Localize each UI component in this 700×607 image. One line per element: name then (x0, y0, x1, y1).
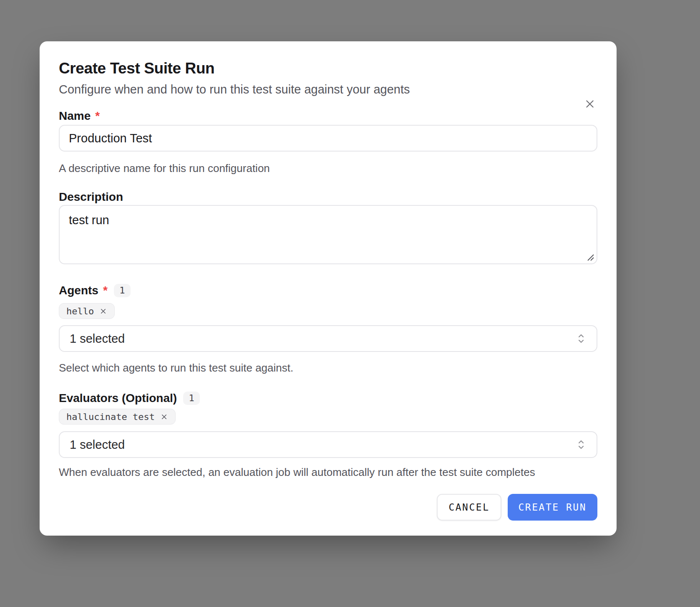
description-textarea-wrap: test run (59, 205, 597, 264)
agents-helper-text: Select which agents to run this test sui… (59, 361, 597, 374)
description-label: Description (59, 190, 123, 204)
evaluators-select-value: 1 selected (70, 438, 125, 452)
dialog-subtitle: Configure when and how to run this test … (59, 81, 597, 97)
evaluators-count-badge: 1 (183, 392, 200, 405)
chevron-up-down-icon (576, 332, 587, 345)
name-input[interactable] (59, 125, 597, 152)
dialog-footer: CANCEL CREATE RUN (59, 494, 597, 521)
name-label-row: Name * (59, 109, 597, 123)
description-label-row: Description (59, 190, 597, 204)
remove-evaluator-icon[interactable] (160, 413, 168, 421)
evaluator-chip-hallucinate-test: hallucinate test (59, 409, 176, 425)
name-label: Name (59, 109, 91, 123)
agents-required-asterisk: * (103, 283, 108, 298)
agent-chip-hello: hello (59, 303, 115, 319)
create-run-button[interactable]: CREATE RUN (508, 494, 597, 521)
evaluators-label: Evaluators (Optional) (59, 391, 177, 405)
agents-select[interactable]: 1 selected (59, 325, 597, 352)
agents-count-badge: 1 (114, 284, 131, 297)
evaluators-chip-row: hallucinate test (59, 409, 597, 425)
chevron-up-down-icon (576, 438, 587, 451)
agents-label: Agents (59, 283, 98, 298)
name-helper-text: A descriptive name for this run configur… (59, 162, 597, 175)
agents-select-value: 1 selected (70, 332, 125, 346)
agents-label-row: Agents * 1 (59, 283, 597, 298)
name-required-asterisk: * (95, 109, 100, 123)
create-test-suite-run-dialog: Create Test Suite Run Configure when and… (40, 41, 617, 536)
evaluators-label-row: Evaluators (Optional) 1 (59, 391, 597, 405)
cancel-button[interactable]: CANCEL (437, 494, 501, 521)
agents-chip-row: hello (59, 303, 597, 319)
description-textarea[interactable]: test run (59, 205, 597, 264)
remove-agent-icon[interactable] (99, 307, 107, 315)
agent-chip-label: hello (66, 306, 94, 316)
close-icon (584, 99, 595, 109)
close-button[interactable] (581, 95, 599, 113)
evaluator-chip-label: hallucinate test (66, 412, 155, 422)
evaluators-select[interactable]: 1 selected (59, 431, 597, 458)
evaluators-helper-text: When evaluators are selected, an evaluat… (59, 465, 597, 479)
dialog-title: Create Test Suite Run (59, 59, 597, 78)
